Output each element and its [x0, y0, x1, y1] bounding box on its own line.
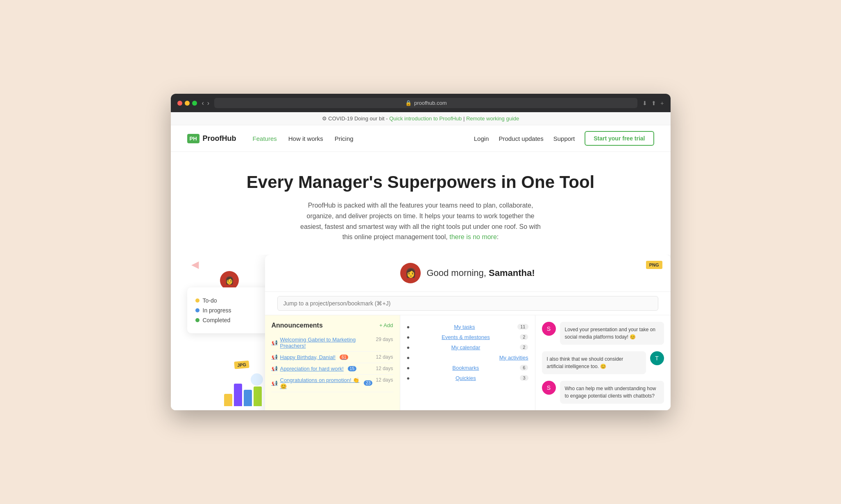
task-item-bookmarks: ● Bookmarks 6	[407, 363, 528, 373]
app-preview-section: ◀ 👩 To-do In progress Completed	[171, 255, 671, 410]
quickies-link[interactable]: Quickies	[456, 375, 476, 381]
browser-nav: ‹ ›	[202, 99, 210, 107]
browser-actions: ⬇ ⬆ +	[642, 100, 664, 106]
search-bar	[265, 292, 671, 315]
remote-guide-link[interactable]: Remote working guide	[466, 115, 519, 122]
png-badge: PNG	[646, 261, 662, 269]
bullet-3: ●	[407, 344, 410, 350]
add-announcement-button[interactable]: + Add	[379, 322, 393, 328]
announcement-link-4[interactable]: 📢 Congratulations on promotion! 👏 😊 23	[272, 377, 373, 389]
megaphone-icon-4: 📢	[272, 380, 278, 386]
bullet-5: ●	[407, 365, 410, 371]
search-input[interactable]	[277, 296, 658, 311]
status-todo: To-do	[195, 297, 261, 304]
bar-3	[244, 390, 252, 406]
status-completed: Completed	[195, 317, 261, 323]
bookmarks-link[interactable]: Bookmarks	[452, 365, 479, 371]
task-item-events: ● Events & milestones 2	[407, 332, 528, 342]
nav-features[interactable]: Features	[253, 135, 277, 142]
back-icon[interactable]: ‹	[202, 99, 204, 107]
close-button[interactable]	[177, 101, 182, 106]
chat-avatar-2: T	[650, 351, 664, 365]
page-content: ⚙ COVID-19 Doing our bit - Quick introdu…	[171, 112, 671, 410]
jpg-badge: JPG	[234, 360, 249, 369]
nav-product-updates[interactable]: Product updates	[499, 135, 543, 142]
megaphone-icon-2: 📢	[272, 354, 278, 360]
address-bar[interactable]: 🔒 proofhub.com	[214, 98, 637, 108]
bar-4	[254, 386, 262, 406]
quickies-count: 3	[520, 375, 528, 381]
lock-icon: 🔒	[405, 100, 412, 106]
nav-login[interactable]: Login	[474, 135, 489, 142]
announcement-bar: ⚙ COVID-19 Doing our bit - Quick introdu…	[171, 112, 671, 125]
announcement-item-1: 📢 Welcoming Gabriel to Marketing Preache…	[272, 334, 393, 352]
nav-links: Features How it works Pricing	[253, 135, 474, 142]
my-tasks-count: 11	[517, 324, 528, 330]
announcement-days-2: 12 days	[376, 354, 393, 360]
quick-intro-link[interactable]: Quick introduction to ProofHub	[389, 115, 462, 122]
hero-link[interactable]: there is no more	[449, 233, 497, 240]
status-in-progress: In progress	[195, 307, 261, 314]
app-body: Announcements + Add 📢 Welcoming Gabriel …	[265, 315, 671, 410]
greeting-text: Good morning, Samantha!	[426, 268, 535, 278]
todo-dot	[195, 298, 199, 303]
announcement-badge-3: 15	[348, 366, 356, 371]
announcement-item-4: 📢 Congratulations on promotion! 👏 😊 23 1…	[272, 375, 393, 392]
forward-icon[interactable]: ›	[207, 99, 209, 107]
hero-section: Every Manager's Superpowers in One Tool …	[171, 152, 671, 254]
events-count: 2	[520, 334, 528, 340]
new-tab-icon[interactable]: +	[660, 100, 664, 106]
task-item-quickies: ● Quickies 3	[407, 373, 528, 383]
chat-message-2: I also think that we should consider art…	[542, 351, 664, 374]
tasks-panel: ● My tasks 11 ● Events & milestones 2 ● …	[400, 315, 535, 410]
share-icon[interactable]: ⬆	[651, 100, 656, 106]
download-icon[interactable]: ⬇	[642, 100, 647, 106]
announcement-text-3: Appreciation for hard work!	[280, 366, 344, 372]
nav-pricing[interactable]: Pricing	[335, 135, 354, 142]
in-progress-label: In progress	[203, 307, 231, 314]
completed-dot	[195, 318, 199, 322]
announcement-item-3: 📢 Appreciation for hard work! 15 12 days	[272, 363, 393, 375]
announcements-header: Announcements + Add	[272, 322, 393, 329]
bullet-4: ●	[407, 355, 410, 361]
nav-right: Login Product updates Support Start your…	[474, 131, 654, 146]
floating-avatar: 👩	[220, 271, 239, 290]
trial-button[interactable]: Start your free trial	[585, 131, 654, 146]
nav-support[interactable]: Support	[553, 135, 575, 142]
announcement-link-1[interactable]: 📢 Welcoming Gabriel to Marketing Preache…	[272, 337, 373, 349]
announcement-days-1: 29 days	[376, 337, 393, 342]
announcement-text-4: Congratulations on promotion! 👏 😊	[280, 377, 360, 389]
announcement-days-4: 12 days	[376, 377, 393, 383]
browser-window: ‹ › 🔒 proofhub.com ⬇ ⬆ + ⚙ COVID-19 Doin…	[171, 94, 671, 410]
events-link[interactable]: Events & milestones	[442, 334, 490, 340]
maximize-button[interactable]	[192, 101, 197, 106]
todo-label: To-do	[203, 297, 217, 304]
announcement-link-3[interactable]: 📢 Appreciation for hard work! 15	[272, 366, 373, 372]
nav-how-it-works[interactable]: How it works	[288, 135, 323, 142]
logo-text: ProofHub	[203, 134, 236, 143]
url-text: proofhub.com	[414, 100, 447, 106]
app-ui-main: 👩 Good morning, Samantha! PNG Announce	[265, 255, 671, 410]
arrow-left-icon: ◀	[191, 259, 199, 270]
left-sidebar-preview: To-do In progress Completed	[187, 287, 269, 333]
minimize-button[interactable]	[185, 101, 190, 106]
task-item-my-tasks: ● My tasks 11	[407, 322, 528, 332]
completed-label: Completed	[203, 317, 231, 323]
announcements-title: Announcements	[272, 322, 323, 329]
chat-message-3: S Who can help me with understanding how…	[542, 381, 664, 404]
activities-link[interactable]: My activities	[499, 355, 528, 361]
chat-bubble-3: Who can help me with understanding how t…	[560, 381, 664, 404]
announcement-item-2: 📢 Happy Birthday, Danial! 61 12 days	[272, 352, 393, 363]
hero-title: Every Manager's Superpowers in One Tool	[187, 172, 654, 192]
traffic-lights	[177, 101, 197, 106]
logo[interactable]: PH ProofHub	[187, 134, 236, 143]
my-tasks-link[interactable]: My tasks	[454, 324, 475, 330]
announcement-link-2[interactable]: 📢 Happy Birthday, Danial! 61	[272, 354, 373, 360]
bullet-1: ●	[407, 324, 410, 330]
calendar-link[interactable]: My calendar	[451, 344, 480, 350]
chat-message-1: S Loved your presentation and your take …	[542, 322, 664, 345]
chat-avatar-1: S	[542, 322, 556, 336]
calendar-count: 2	[520, 344, 528, 350]
hero-description: ProofHub is packed with all the features…	[298, 200, 544, 242]
announcement-text-2: Happy Birthday, Danial!	[280, 354, 336, 360]
